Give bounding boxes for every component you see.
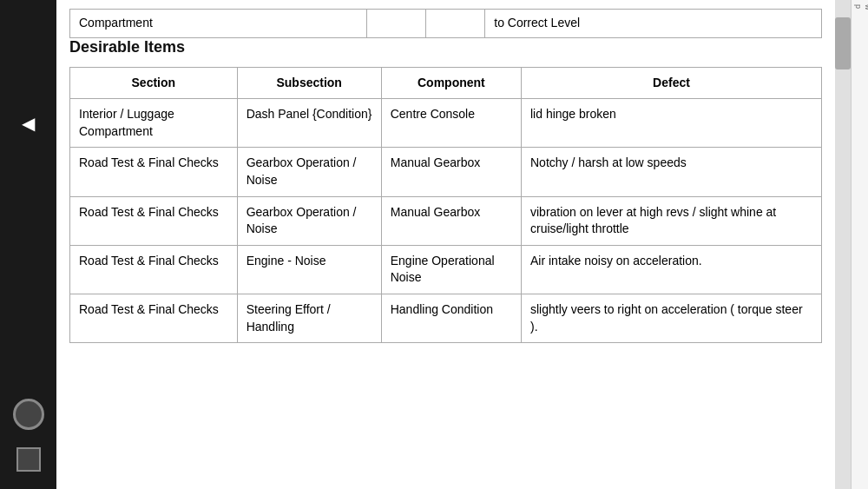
- left-arrow-button[interactable]: ◀: [22, 113, 35, 134]
- circle-button[interactable]: [13, 399, 44, 430]
- defects-table: Section Subsection Component Defect Inte…: [69, 67, 822, 344]
- cell-subsection: Gearbox Operation / Noise: [237, 148, 381, 196]
- scrollbar-thumb[interactable]: [835, 17, 851, 69]
- cell-component: Manual Gearbox: [381, 148, 521, 196]
- partial-section-cell: Compartment: [70, 10, 367, 38]
- cell-defect: lid hinge broken: [521, 99, 821, 148]
- cell-section: Road Test & Final Checks: [70, 294, 238, 342]
- header-subsection: Subsection: [237, 67, 381, 99]
- cell-section: Interior / Luggage Compartment: [70, 99, 238, 148]
- partial-defect-cell: to Correct Level: [485, 10, 822, 38]
- cell-subsection: Steering Effort / Handling: [237, 294, 381, 342]
- right-panel-text: r n v r p t r c d c s v b o h w p: [852, 0, 868, 15]
- table-row: Road Test & Final ChecksSteering Effort …: [70, 294, 822, 342]
- cell-subsection: Dash Panel {Condition}: [237, 99, 381, 148]
- scrollbar-track: [835, 0, 851, 489]
- header-component: Component: [381, 67, 521, 99]
- table-row: Interior / Luggage CompartmentDash Panel…: [70, 99, 822, 148]
- main-content: Compartment to Correct Level Desirable I…: [56, 0, 835, 489]
- cell-component: Engine Operational Noise: [381, 245, 521, 294]
- header-defect: Defect: [521, 67, 821, 99]
- cell-component: Handling Condition: [381, 294, 521, 342]
- cell-section: Road Test & Final Checks: [70, 148, 238, 196]
- cell-section: Road Test & Final Checks: [70, 196, 238, 245]
- cell-defect: slightly veers to right on acceleration …: [521, 294, 821, 342]
- right-panel: r n v r p t r c d c s v b o h w p: [851, 0, 868, 489]
- scrollbar[interactable]: [835, 0, 851, 489]
- cell-component: Manual Gearbox: [381, 196, 521, 245]
- cell-defect: Air intake noisy on acceleration.: [521, 245, 821, 294]
- left-sidebar: ◀: [0, 0, 56, 489]
- top-partial-table: Compartment to Correct Level: [69, 9, 822, 38]
- partial-top-row: Compartment to Correct Level: [70, 10, 822, 38]
- partial-subsection-cell: [367, 10, 426, 38]
- partial-component-cell: [426, 10, 485, 38]
- table-row: Road Test & Final ChecksEngine - NoiseEn…: [70, 245, 822, 294]
- cell-component: Centre Console: [381, 99, 521, 148]
- table-row: Road Test & Final ChecksGearbox Operatio…: [70, 148, 822, 196]
- desirable-items-heading: Desirable Items: [69, 38, 822, 56]
- table-row: Road Test & Final ChecksGearbox Operatio…: [70, 196, 822, 245]
- cell-subsection: Gearbox Operation / Noise: [237, 196, 381, 245]
- cell-defect: Notchy / harsh at low speeds: [521, 148, 821, 196]
- cell-subsection: Engine - Noise: [237, 245, 381, 294]
- header-section: Section: [70, 67, 238, 99]
- cell-defect: vibration on lever at high revs / slight…: [521, 196, 821, 245]
- table-header-row: Section Subsection Component Defect: [70, 67, 822, 99]
- square-button[interactable]: [16, 447, 41, 472]
- cell-section: Road Test & Final Checks: [70, 245, 238, 294]
